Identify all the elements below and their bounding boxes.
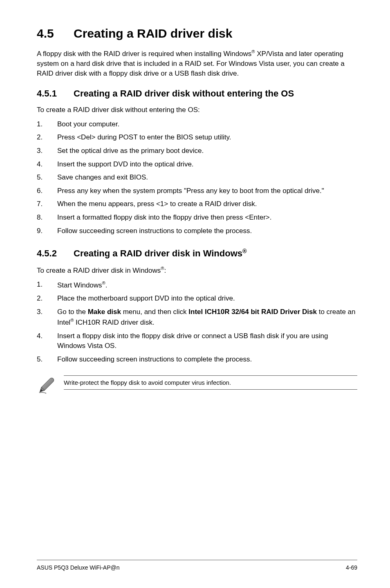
pencil-icon <box>37 376 56 397</box>
step-text: Go to the Make disk menu, and then click… <box>57 307 357 328</box>
step-number: 4. <box>37 331 57 351</box>
note-rule-bottom <box>64 389 357 390</box>
list-item: 5.Save changes and exit BIOS. <box>37 173 357 183</box>
step-number: 1. <box>37 280 57 290</box>
subsection-2-number: 4.5.2 <box>37 247 74 260</box>
step-number: 3. <box>37 307 57 328</box>
list-item: 9.Follow succeeding screen instructions … <box>37 226 357 236</box>
section-text: Creating a RAID driver disk <box>74 27 232 40</box>
list-item: 2.Press <Del> during POST to enter the B… <box>37 132 357 143</box>
step-number: 1. <box>37 119 57 130</box>
step-number: 5. <box>37 173 57 183</box>
step-text: When the menu appears, press <1> to crea… <box>57 199 357 209</box>
intro-paragraph: A floppy disk with the RAID driver is re… <box>37 48 357 79</box>
step-number: 2. <box>37 294 57 304</box>
step-number: 3. <box>37 146 57 156</box>
step-text: Insert the support DVD into the optical … <box>57 159 357 170</box>
list-item: 7.When the menu appears, press <1> to cr… <box>37 199 357 209</box>
footer-left: ASUS P5Q3 Deluxe WiFi-AP@n <box>37 563 120 572</box>
step-text: Insert a formatted floppy disk into the … <box>57 213 357 223</box>
subsection-2-lead: To create a RAID driver disk in Windows®… <box>37 265 357 276</box>
step-number: 6. <box>37 186 57 196</box>
subsection-1-lead: To create a RAID driver disk without ent… <box>37 105 357 115</box>
step-text: Press any key when the system prompts "P… <box>57 186 357 196</box>
subsection-1-steps: 1.Boot your computer.2.Press <Del> durin… <box>37 119 357 236</box>
page-footer: ASUS P5Q3 Deluxe WiFi-AP@n 4-69 <box>37 560 357 572</box>
list-item: 4.Insert the support DVD into the optica… <box>37 159 357 170</box>
subsection-2-text: Creating a RAID driver disk in Windows® <box>74 248 247 258</box>
list-item: 2.Place the motherboard support DVD into… <box>37 294 357 304</box>
list-item: 8.Insert a formatted floppy disk into th… <box>37 213 357 223</box>
section-number: 4.5 <box>37 25 74 43</box>
step-number: 5. <box>37 355 57 365</box>
step-text: Save changes and exit BIOS. <box>57 173 357 183</box>
list-item: 3.Go to the Make disk menu, and then cli… <box>37 307 357 328</box>
section-title: 4.5Creating a RAID driver disk <box>37 25 357 43</box>
subsection-1-text: Creating a RAID driver disk without ente… <box>74 88 294 99</box>
list-item: 1.Boot your computer. <box>37 119 357 130</box>
footer-right: 4-69 <box>346 563 357 572</box>
step-text: Start Windows®. <box>57 280 357 290</box>
step-text: Boot your computer. <box>57 119 357 130</box>
note-text: Write-protect the floppy disk to avoid c… <box>64 376 357 390</box>
step-number: 7. <box>37 199 57 209</box>
subsection-2-heading: 4.5.2Creating a RAID driver disk in Wind… <box>37 247 357 260</box>
list-item: 4.Insert a floppy disk into the floppy d… <box>37 331 357 351</box>
subsection-1-heading: 4.5.1Creating a RAID driver disk without… <box>37 87 357 100</box>
subsection-1-number: 4.5.1 <box>37 87 74 100</box>
step-text: Set the optical drive as the primary boo… <box>57 146 357 156</box>
step-text: Insert a floppy disk into the floppy dis… <box>57 331 357 351</box>
list-item: 6.Press any key when the system prompts … <box>37 186 357 196</box>
step-number: 8. <box>37 213 57 223</box>
note-content: Write-protect the floppy disk to avoid c… <box>64 375 357 390</box>
step-text: Follow succeeding screen instructions to… <box>57 226 357 236</box>
step-number: 4. <box>37 159 57 170</box>
subsection-2-steps: 1.Start Windows®.2.Place the motherboard… <box>37 280 357 365</box>
list-item: 3.Set the optical drive as the primary b… <box>37 146 357 156</box>
list-item: 1.Start Windows®. <box>37 280 357 290</box>
list-item: 5.Follow succeeding screen instructions … <box>37 355 357 365</box>
step-number: 9. <box>37 226 57 236</box>
step-text: Press <Del> during POST to enter the BIO… <box>57 132 357 143</box>
note-box: Write-protect the floppy disk to avoid c… <box>37 375 357 397</box>
step-text: Follow succeeding screen instructions to… <box>57 355 357 365</box>
step-text: Place the motherboard support DVD into t… <box>57 294 357 304</box>
step-number: 2. <box>37 132 57 143</box>
